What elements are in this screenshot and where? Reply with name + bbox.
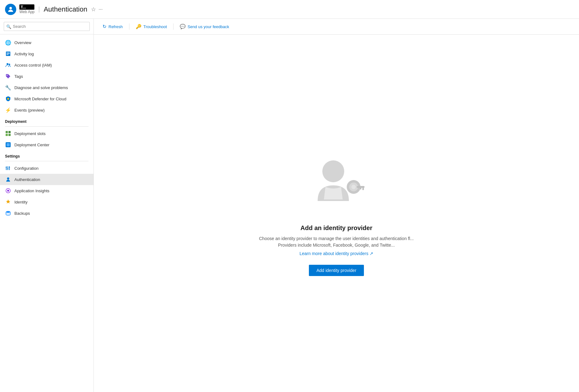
sidebar: 🔍 🌐 Overview Activity	[0, 19, 94, 392]
svg-point-8	[7, 98, 9, 100]
deployment-center-icon	[5, 142, 11, 148]
svg-point-7	[7, 75, 8, 76]
sidebar-item-label: Events (preview)	[14, 108, 45, 113]
sidebar-item-events[interactable]: ⚡ Events (preview)	[0, 104, 93, 116]
troubleshoot-label: Troubleshoot	[143, 24, 167, 29]
deployment-slots-icon	[5, 130, 11, 137]
feedback-button[interactable]: 💬 Send us your feedback	[176, 22, 233, 31]
sidebar-item-configuration[interactable]: Configuration	[0, 163, 93, 174]
search-input[interactable]	[4, 22, 90, 31]
svg-point-0	[9, 7, 12, 9]
sidebar-item-authentication[interactable]: Authentication	[0, 174, 93, 185]
sidebar-item-app-insights[interactable]: Application Insights	[0, 185, 93, 196]
svg-point-24	[6, 211, 10, 213]
diagnose-icon: 🔧	[5, 84, 11, 91]
tags-icon	[5, 73, 11, 79]
empty-state: Add an identity provider Choose an ident…	[259, 151, 414, 276]
sidebar-nav: 🌐 Overview Activity log	[0, 34, 93, 392]
svg-point-6	[9, 64, 10, 65]
sidebar-item-deployment-slots[interactable]: Deployment slots	[0, 128, 93, 139]
sidebar-item-label: Authentication	[14, 177, 40, 182]
main-content: Add an identity provider Choose an ident…	[94, 35, 579, 392]
svg-rect-19	[7, 168, 8, 169]
learn-more-text: Learn more about identity providers ↗	[300, 251, 373, 256]
page-title: Authentication	[44, 5, 87, 13]
sidebar-item-label: Deployment slots	[14, 131, 46, 136]
sidebar-item-label: Tags	[14, 74, 23, 79]
activity-log-icon	[5, 51, 11, 57]
svg-rect-12	[8, 134, 11, 136]
empty-state-title: Add an identity provider	[300, 224, 372, 232]
sidebar-item-backups[interactable]: Backups	[0, 208, 93, 219]
svg-point-23	[7, 190, 9, 192]
main-layout: 🔍 🌐 Overview Activity	[0, 19, 579, 392]
sidebar-item-access-control[interactable]: Access control (IAM)	[0, 59, 93, 71]
defender-icon	[5, 96, 11, 102]
svg-rect-14	[7, 143, 10, 146]
sidebar-item-identity[interactable]: Identity	[0, 196, 93, 208]
access-control-icon	[5, 62, 11, 68]
sidebar-item-diagnose[interactable]: 🔧 Diagnose and solve problems	[0, 82, 93, 93]
settings-section-header: Settings	[0, 150, 93, 160]
svg-rect-30	[362, 188, 364, 190]
sidebar-item-activity-log[interactable]: Activity log	[0, 48, 93, 59]
svg-rect-11	[6, 134, 8, 136]
deployment-section-header: Deployment	[0, 116, 93, 125]
content-area: ↻ Refresh 🔑 Troubleshoot 💬 Send us your …	[94, 19, 579, 392]
svg-rect-4	[7, 54, 8, 55]
svg-point-28	[351, 185, 356, 189]
sidebar-item-tags[interactable]: Tags	[0, 71, 93, 82]
app-header: T... Web App | Authentication ☆ ···	[0, 0, 579, 19]
refresh-button[interactable]: ↻ Refresh	[99, 22, 127, 31]
favorite-star-icon[interactable]: ☆	[91, 6, 96, 13]
toolbar-divider-2	[173, 23, 174, 30]
sidebar-item-overview[interactable]: 🌐 Overview	[0, 37, 93, 48]
sidebar-item-label: Activity log	[14, 52, 34, 56]
svg-point-25	[322, 160, 344, 182]
add-identity-provider-button[interactable]: Add identity provider	[309, 265, 364, 276]
svg-rect-15	[6, 166, 7, 170]
toolbar-divider-1	[129, 23, 129, 30]
empty-state-description: Choose an identity provider to manage th…	[259, 235, 414, 249]
search-icon: 🔍	[6, 24, 11, 29]
sidebar-item-label: Overview	[14, 40, 31, 45]
sidebar-item-label: Backups	[14, 211, 30, 216]
settings-divider	[5, 161, 88, 161]
troubleshoot-button[interactable]: 🔑 Troubleshoot	[132, 22, 171, 31]
svg-rect-20	[9, 167, 10, 168]
refresh-icon: ↻	[103, 24, 107, 29]
feedback-label: Send us your feedback	[188, 24, 229, 29]
troubleshoot-icon: 🔑	[136, 24, 142, 29]
resource-avatar	[5, 4, 16, 15]
sidebar-item-deployment-center[interactable]: Deployment Center	[0, 139, 93, 150]
backups-icon	[5, 210, 11, 216]
add-provider-label: Add identity provider	[316, 268, 356, 273]
sidebar-item-label: Identity	[14, 200, 28, 204]
header-separator: |	[38, 6, 40, 13]
svg-rect-9	[6, 131, 8, 133]
svg-rect-3	[7, 53, 10, 54]
svg-rect-10	[8, 131, 11, 133]
authentication-icon	[5, 176, 11, 183]
overview-icon: 🌐	[5, 39, 11, 46]
sidebar-item-label: Access control (IAM)	[14, 63, 52, 68]
svg-rect-2	[7, 53, 10, 53]
more-options-icon[interactable]: ···	[98, 7, 103, 12]
sidebar-item-label: Deployment Center	[14, 143, 49, 147]
resource-info: T... Web App	[19, 4, 34, 14]
sidebar-item-label: Microsoft Defender for Cloud	[14, 97, 66, 101]
svg-point-5	[7, 63, 8, 65]
svg-point-21	[7, 178, 9, 180]
deployment-divider	[5, 126, 88, 127]
svg-rect-18	[6, 167, 7, 168]
sidebar-item-label: Diagnose and solve problems	[14, 85, 68, 90]
resource-name: T...	[19, 4, 34, 10]
svg-rect-29	[357, 186, 365, 188]
learn-more-link[interactable]: Learn more about identity providers ↗	[300, 251, 373, 256]
events-icon: ⚡	[5, 107, 11, 113]
sidebar-search-container: 🔍	[0, 19, 93, 34]
sidebar-item-defender[interactable]: Microsoft Defender for Cloud	[0, 93, 93, 104]
identity-icon	[5, 199, 11, 205]
svg-rect-16	[8, 166, 8, 170]
sidebar-item-label: Application Insights	[14, 188, 49, 193]
